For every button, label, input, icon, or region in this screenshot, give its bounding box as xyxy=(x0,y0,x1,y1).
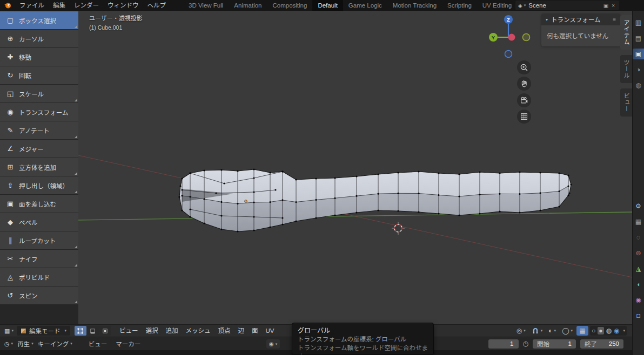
menu-item[interactable]: ヘルプ xyxy=(143,0,171,11)
tool-button[interactable]: ◱ スケール xyxy=(0,85,78,103)
viewport-menu-item[interactable]: 頂点 xyxy=(214,325,234,337)
menu-item[interactable]: ウィンドウ xyxy=(103,0,143,11)
timeline-editor-type-button[interactable]: ◷ ▾ xyxy=(2,340,15,347)
sidebar-tab[interactable]: アイテム xyxy=(620,15,632,50)
keying-dropdown[interactable]: キーイング ▾ xyxy=(36,339,75,348)
navigation-gizmo[interactable]: Z Y xyxy=(486,12,535,61)
viewport-menu-item[interactable]: 面 xyxy=(248,325,262,337)
scene-name[interactable]: Scene xyxy=(528,2,601,9)
workspace-tab[interactable]: Default xyxy=(312,0,343,11)
preview-range-icon[interactable]: ◷ xyxy=(523,340,528,347)
material-shading-icon[interactable]: ◍ xyxy=(606,327,612,334)
tool-button[interactable]: ∠ メジャー xyxy=(0,140,78,158)
3d-viewport[interactable]: ▢ ボックス選択 ⊕ カーソル ✚ 移動 ↻ 回転 xyxy=(0,11,632,324)
pan-button[interactable] xyxy=(517,77,531,91)
rendered-shading-icon[interactable]: ◉ xyxy=(614,327,619,334)
new-scene-button[interactable]: ▣ xyxy=(602,3,610,9)
face-select-button[interactable] xyxy=(99,326,111,336)
properties-tab[interactable]: ◍ xyxy=(633,80,644,91)
submenu-indicator xyxy=(75,172,77,175)
frame-end-field[interactable]: 終了 250 xyxy=(580,339,623,349)
solid-shading-icon[interactable]: ● xyxy=(598,327,603,334)
menu-item[interactable]: ファイル xyxy=(15,0,49,11)
properties-tab[interactable]: ◉ xyxy=(633,295,644,305)
properties-tab[interactable]: ◖ xyxy=(633,279,644,290)
properties-tab[interactable]: ▦ xyxy=(633,216,644,227)
timeline-menu-item[interactable]: マーカー xyxy=(111,339,145,348)
tool-button[interactable]: ▢ ボックス選択 xyxy=(0,11,78,29)
knife-icon: ✂ xyxy=(5,255,16,263)
timeline-menu-item[interactable]: ビュー xyxy=(84,339,112,348)
workspace-tab[interactable]: UV Editing xyxy=(477,0,517,11)
edge-select-button[interactable] xyxy=(87,326,99,336)
tool-button[interactable]: ▣ 面を差し込む xyxy=(0,195,78,213)
properties-tab[interactable]: ▥ xyxy=(633,17,644,28)
auto-keying-button[interactable]: ◉ ▾ xyxy=(266,339,280,349)
viewport-menu-item[interactable]: 辺 xyxy=(234,325,248,337)
properties-tab[interactable]: ◮ xyxy=(633,263,644,274)
viewport-menu-item[interactable]: ビュー xyxy=(116,325,142,337)
workspace-tab[interactable]: Game Logic xyxy=(343,0,387,11)
tool-button[interactable]: ⇧ 押し出し（領域） xyxy=(0,176,78,194)
workspace-tab[interactable]: Animation xyxy=(229,0,267,11)
tool-shelf: ▢ ボックス選択 ⊕ カーソル ✚ 移動 ↻ 回転 xyxy=(0,11,78,324)
snapping-button[interactable]: ▾ xyxy=(529,327,545,334)
frame-start-field[interactable]: 開始 1 xyxy=(533,339,576,349)
workspace-tab[interactable]: 3D View Full xyxy=(183,0,229,11)
viewport-menu-item[interactable]: 選択 xyxy=(142,325,162,337)
scene-selector[interactable]: ◈ ▾ Scene ▣ × xyxy=(515,1,619,10)
sidebar-tab[interactable]: ツール xyxy=(620,55,632,83)
tool-button[interactable]: ∥ ループカット xyxy=(0,231,78,249)
playback-dropdown[interactable]: 再生 ▾ xyxy=(15,339,36,348)
tool-button[interactable]: ⊞ 立方体を追加 xyxy=(0,158,78,176)
editor-type-button[interactable]: ▦ ▾ xyxy=(2,327,16,334)
transform-panel-header[interactable]: ▾ トランスフォーム ≡ xyxy=(541,13,620,25)
menu-item[interactable]: レンダー xyxy=(70,0,103,11)
tooltip-hint: トランスフォーム軸をワールド空間に合わせます xyxy=(298,344,428,355)
hand-icon xyxy=(519,79,529,88)
tool-button[interactable]: ✎ アノテート xyxy=(0,121,78,139)
zoom-button[interactable] xyxy=(517,60,531,74)
properties-tab[interactable]: ◑ xyxy=(633,64,644,75)
wireframe-shading-icon[interactable]: ○ xyxy=(592,327,595,334)
viewport-menu-item[interactable]: メッシュ xyxy=(182,325,214,337)
bevel-icon: ◆ xyxy=(5,218,16,226)
workspace-tab[interactable]: Compositing xyxy=(267,0,312,11)
blender-logo-icon[interactable] xyxy=(3,1,12,10)
workspace-tab[interactable]: Scripting xyxy=(442,0,477,11)
tool-button[interactable]: ◬ ポリビルド xyxy=(0,268,78,286)
viewport-menu-item[interactable]: 追加 xyxy=(162,325,182,337)
tool-button[interactable]: ↻ 回転 xyxy=(0,66,78,84)
xray-toggle-button[interactable]: ▦ xyxy=(576,326,588,336)
sidebar-tab[interactable]: ビュー xyxy=(620,88,632,117)
ortho-toggle-button[interactable] xyxy=(517,110,531,124)
properties-tab[interactable]: ▣ xyxy=(633,49,644,59)
menu-item[interactable]: 編集 xyxy=(49,0,70,11)
vertex-select-button[interactable] xyxy=(75,326,86,336)
workspace-tab[interactable]: Motion Tracking xyxy=(387,0,442,11)
tool-button[interactable]: ⊕ カーソル xyxy=(0,30,78,47)
properties-tab[interactable]: ⚙ xyxy=(633,201,644,211)
current-frame-field[interactable]: 1 xyxy=(488,339,519,349)
tool-button[interactable]: ↺ スピン xyxy=(0,286,78,304)
camera-view-button[interactable] xyxy=(517,93,531,107)
overlays-button[interactable]: ◯ ▾ xyxy=(560,327,575,334)
properties-tab[interactable]: ◌ xyxy=(633,232,644,243)
tool-button[interactable]: ✚ 移動 xyxy=(0,48,78,66)
properties-tab[interactable]: ▤ xyxy=(633,33,644,44)
tool-button[interactable]: ◉ トランスフォーム xyxy=(0,103,78,121)
unlink-scene-button[interactable]: × xyxy=(610,3,616,9)
tool-button[interactable]: ◆ ベベル xyxy=(0,213,78,231)
properties-tab[interactable]: ⊚ xyxy=(633,248,644,258)
pivot-point-button[interactable]: ◐ ▾ xyxy=(546,327,558,334)
tool-button[interactable]: ✂ ナイフ xyxy=(0,250,78,268)
viewport-canvas[interactable] xyxy=(0,11,632,324)
viewport-menu-item[interactable]: UV xyxy=(261,325,278,337)
panel-grip-icon[interactable]: ≡ xyxy=(613,17,616,23)
mode-dropdown[interactable]: 編集モード ▾ xyxy=(17,326,70,336)
view-layer-properties-icon: ▣ xyxy=(635,50,641,58)
mesh-object[interactable] xyxy=(178,168,572,232)
overlays-icon: ◯ xyxy=(562,327,569,334)
proportional-editing-button[interactable]: ◎ ▾ xyxy=(514,327,528,334)
properties-tab[interactable]: ◘ xyxy=(633,310,644,321)
